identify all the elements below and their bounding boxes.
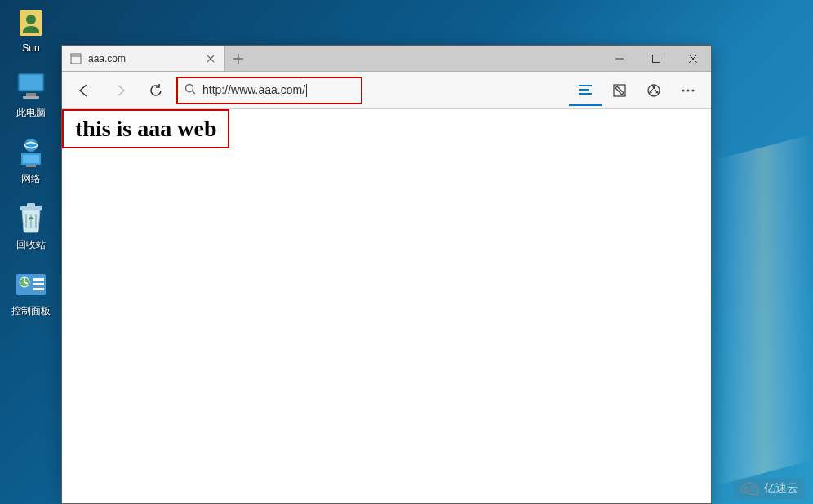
svg-rect-4	[26, 93, 36, 96]
page-content: this is aaa web	[62, 109, 711, 503]
svg-line-23	[193, 91, 196, 94]
maximize-button[interactable]	[638, 46, 674, 71]
svg-point-22	[186, 84, 193, 91]
svg-point-32	[682, 89, 685, 91]
desktop-icon-pc[interactable]: 此电脑	[7, 70, 56, 120]
address-bar[interactable]: http://www.aaa.com/	[176, 77, 362, 104]
icon-label: 网络	[21, 172, 41, 186]
svg-rect-16	[33, 283, 44, 285]
desktop-icon-recyclebin[interactable]: 回收站	[7, 202, 56, 252]
page-heading: this is aaa web	[75, 116, 216, 142]
notes-button[interactable]	[603, 75, 636, 106]
tab-title: aaa.com	[88, 53, 198, 64]
icon-label: 回收站	[16, 238, 46, 252]
icon-label: 控制面板	[11, 304, 51, 318]
address-bar-container: http://www.aaa.com/	[176, 77, 368, 104]
svg-rect-15	[33, 278, 44, 281]
svg-point-34	[692, 89, 695, 91]
svg-rect-12	[27, 203, 35, 207]
content-highlight-box: this is aaa web	[62, 109, 229, 148]
toolbar-actions	[569, 75, 704, 106]
svg-rect-10	[26, 165, 36, 167]
page-icon	[70, 53, 82, 64]
computer-icon	[15, 70, 47, 103]
icon-label: 此电脑	[16, 106, 46, 120]
cloud-icon	[740, 481, 761, 496]
browser-window: aaa.com	[61, 45, 712, 504]
forward-button[interactable]	[104, 75, 136, 106]
desktop-icon-user[interactable]: Sun	[7, 7, 56, 54]
svg-rect-3	[20, 75, 42, 90]
watermark-text: 亿速云	[764, 481, 798, 496]
svg-rect-5	[23, 96, 39, 99]
svg-rect-21	[652, 55, 660, 62]
svg-point-1	[26, 15, 36, 24]
control-panel-icon	[15, 268, 47, 301]
background-decoration	[715, 134, 813, 486]
reading-view-button[interactable]	[569, 75, 602, 106]
desktop-icon-controlpanel[interactable]: 控制面板	[7, 268, 56, 318]
minimize-button[interactable]	[601, 46, 638, 71]
user-icon	[15, 7, 47, 39]
svg-rect-18	[71, 54, 81, 64]
share-button[interactable]	[638, 75, 670, 106]
svg-rect-17	[33, 288, 44, 290]
recycle-bin-icon	[15, 202, 47, 235]
svg-point-36	[751, 488, 755, 492]
desktop-icon-network[interactable]: 网络	[7, 136, 56, 186]
svg-rect-27	[614, 85, 625, 96]
window-controls	[601, 46, 711, 71]
url-input[interactable]: http://www.aaa.com/	[202, 83, 354, 97]
more-button[interactable]	[672, 75, 704, 106]
close-tab-button[interactable]	[205, 53, 216, 64]
refresh-button[interactable]	[140, 75, 171, 106]
icon-label: Sun	[22, 42, 39, 54]
back-button[interactable]	[69, 75, 100, 106]
browser-tab[interactable]: aaa.com	[62, 46, 225, 71]
watermark: 亿速云	[733, 478, 805, 499]
svg-point-6	[24, 139, 38, 152]
network-icon	[15, 136, 47, 169]
svg-rect-9	[23, 155, 39, 163]
close-window-button[interactable]	[674, 46, 711, 71]
tab-bar: aaa.com	[62, 46, 711, 72]
svg-point-33	[687, 89, 690, 91]
search-icon	[184, 83, 196, 98]
browser-toolbar: http://www.aaa.com/	[62, 72, 711, 109]
svg-point-35	[745, 488, 749, 492]
desktop-icons: Sun 此电脑 网络	[7, 7, 56, 318]
new-tab-button[interactable]	[225, 46, 251, 71]
